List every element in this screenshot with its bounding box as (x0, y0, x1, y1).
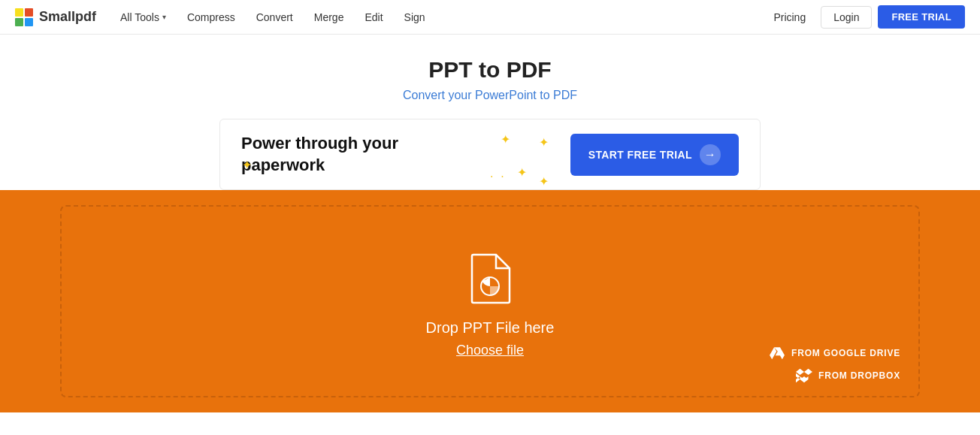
pricing-link[interactable]: Pricing (764, 7, 815, 28)
drop-text: Drop PPT File here (426, 319, 555, 337)
logo-link[interactable]: Smallpdf (15, 8, 96, 26)
nav-free-trial-button[interactable]: FREE TRIAL (878, 5, 965, 29)
nav-convert[interactable]: Convert (247, 7, 302, 28)
chevron-down-icon: ▾ (162, 13, 166, 21)
nav-compress[interactable]: Compress (178, 7, 244, 28)
choose-file-link[interactable]: Choose file (456, 343, 524, 358)
page-subtitle: Convert your PowerPoint to PDF (403, 89, 577, 102)
google-drive-icon (769, 345, 785, 361)
cloud-options: FROM GOOGLE DRIVE FROM DROPBOX (769, 345, 900, 384)
nav-all-tools[interactable]: All Tools ▾ (111, 7, 175, 28)
drop-zone[interactable]: Drop PPT File here Choose file FROM GOOG… (60, 205, 920, 397)
logo-icon (15, 8, 33, 26)
logo-text: Smallpdf (39, 9, 96, 25)
drop-zone-wrapper: Drop PPT File here Choose file FROM GOOG… (0, 190, 980, 412)
nav-links: All Tools ▾ Compress Convert Merge Edit … (111, 7, 764, 28)
arrow-right-icon: → (700, 144, 721, 165)
dropbox-button[interactable]: FROM DROPBOX (796, 367, 900, 384)
page-title: PPT to PDF (428, 57, 551, 83)
login-button[interactable]: Login (821, 6, 872, 29)
promo-text: Power through your paperwork (241, 133, 398, 176)
promo-banner: ✦ ✦ · · ✦ ✦ ✦ Power through your paperwo… (219, 119, 761, 190)
star-decoration-4: ✦ (539, 174, 549, 189)
main-content: PPT to PDF Convert your PowerPoint to PD… (0, 35, 980, 412)
nav-right: Pricing Login FREE TRIAL (764, 5, 965, 29)
dot-decoration-1: · (490, 170, 493, 183)
google-drive-button[interactable]: FROM GOOGLE DRIVE (769, 345, 900, 361)
nav-sign[interactable]: Sign (395, 7, 434, 28)
star-decoration-2: ✦ (517, 165, 527, 180)
dropbox-icon (796, 367, 812, 384)
nav-merge[interactable]: Merge (305, 7, 353, 28)
start-free-trial-button[interactable]: START FREE TRIAL → (570, 134, 739, 176)
navbar: Smallpdf All Tools ▾ Compress Convert Me… (0, 0, 980, 35)
ppt-file-icon (467, 252, 513, 307)
star-decoration-3: ✦ (539, 135, 549, 150)
star-decoration-1: ✦ (501, 132, 510, 147)
nav-edit[interactable]: Edit (355, 7, 392, 28)
dot-decoration-2: · (501, 170, 504, 183)
